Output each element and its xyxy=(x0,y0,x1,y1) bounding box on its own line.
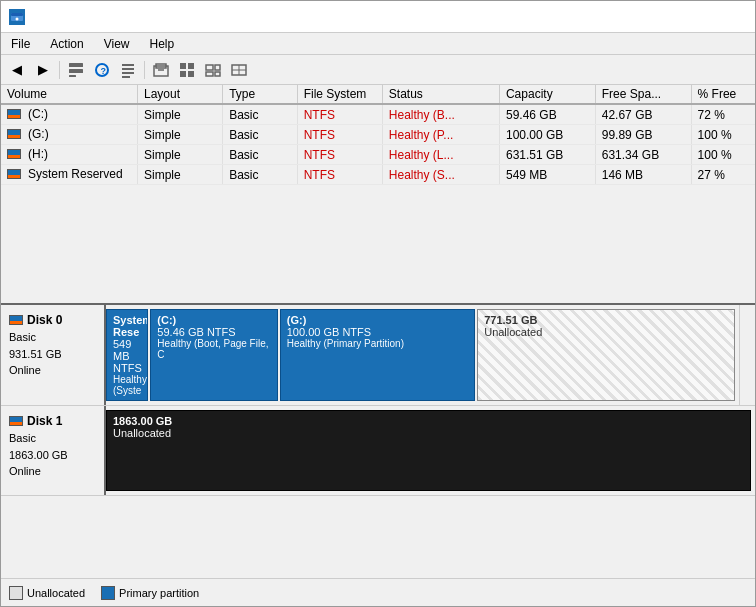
part-status-0-2: Healthy (Primary Partition) xyxy=(287,338,468,349)
cell-filesystem: NTFS xyxy=(297,165,382,185)
cell-layout: Simple xyxy=(137,125,222,145)
disk-row-0: Disk 0 Basic931.51 GBOnline System Rese … xyxy=(1,305,755,406)
svg-rect-8 xyxy=(122,64,134,66)
cell-volume: (C:) xyxy=(1,104,137,125)
toolbar-btn-7[interactable] xyxy=(227,59,251,81)
cell-volume: (H:) xyxy=(1,145,137,165)
title-bar xyxy=(1,1,755,33)
cell-filesystem: NTFS xyxy=(297,145,382,165)
svg-rect-20 xyxy=(215,65,220,70)
partition-0-3[interactable]: 771.51 GB Unallocated xyxy=(477,309,735,401)
forward-button[interactable]: ▶ xyxy=(31,59,55,81)
disk-icon: (H:) xyxy=(7,147,48,161)
cell-pct: 100 % xyxy=(691,145,755,165)
toolbar-btn-6[interactable] xyxy=(201,59,225,81)
col-header-volume[interactable]: Volume xyxy=(1,85,137,104)
table-row[interactable]: (G:) Simple Basic NTFS Healthy (P... 100… xyxy=(1,125,755,145)
cell-status: Healthy (S... xyxy=(382,165,499,185)
col-header-type[interactable]: Type xyxy=(223,85,298,104)
col-header-status[interactable]: Status xyxy=(382,85,499,104)
disk-icon-bar xyxy=(7,129,21,139)
disk-name-1: Disk 1 xyxy=(9,414,96,428)
cell-volume: System Reserved xyxy=(1,165,137,185)
svg-rect-16 xyxy=(188,63,194,69)
partitions-1: 1863.00 GB Unallocated xyxy=(106,406,755,495)
svg-rect-15 xyxy=(180,63,186,69)
volume-table: Volume Layout Type File System Status Ca… xyxy=(1,85,755,185)
close-button[interactable] xyxy=(723,7,747,27)
cell-layout: Simple xyxy=(137,104,222,125)
cell-free: 42.67 GB xyxy=(595,104,691,125)
col-header-filesystem[interactable]: File System xyxy=(297,85,382,104)
back-button[interactable]: ◀ xyxy=(5,59,29,81)
main-area: Volume Layout Type File System Status Ca… xyxy=(1,85,755,578)
svg-rect-3 xyxy=(69,63,83,67)
col-header-pct[interactable]: % Free xyxy=(691,85,755,104)
svg-rect-18 xyxy=(188,71,194,77)
cell-free: 99.89 GB xyxy=(595,125,691,145)
disk-icon-bar xyxy=(7,169,21,179)
part-size-0-1: 59.46 GB NTFS xyxy=(157,326,270,338)
svg-rect-22 xyxy=(215,72,220,76)
maximize-button[interactable] xyxy=(695,7,719,27)
legend-unalloc-label: Unallocated xyxy=(27,587,85,599)
disk-view-area: Disk 0 Basic931.51 GBOnline System Rese … xyxy=(1,305,755,578)
partition-0-2[interactable]: (G:) 100.00 GB NTFS Healthy (Primary Par… xyxy=(280,309,475,401)
part-status-0-1: Healthy (Boot, Page File, C xyxy=(157,338,270,360)
table-row[interactable]: (H:) Simple Basic NTFS Healthy (L... 631… xyxy=(1,145,755,165)
part-size-0-0: 549 MB NTFS xyxy=(113,338,141,374)
app-icon xyxy=(9,9,25,25)
menu-help[interactable]: Help xyxy=(140,33,185,54)
svg-rect-10 xyxy=(122,72,134,74)
toolbar: ◀ ▶ ? xyxy=(1,55,755,85)
part-size-0-2: 100.00 GB NTFS xyxy=(287,326,468,338)
separator-1 xyxy=(59,61,60,79)
disk-row-1: Disk 1 Basic1863.00 GBOnline 1863.00 GB … xyxy=(1,406,755,496)
disk-icon: System Reserved xyxy=(7,167,123,181)
disk-icon-bar xyxy=(7,109,21,119)
col-header-capacity[interactable]: Capacity xyxy=(499,85,595,104)
minimize-button[interactable] xyxy=(667,7,691,27)
svg-rect-9 xyxy=(122,68,134,70)
scroll-stub-0 xyxy=(739,305,755,405)
table-row[interactable]: System Reserved Simple Basic NTFS Health… xyxy=(1,165,755,185)
svg-rect-4 xyxy=(69,69,83,73)
toolbar-btn-5[interactable] xyxy=(175,59,199,81)
toolbar-btn-3[interactable] xyxy=(116,59,140,81)
partition-1-0[interactable]: 1863.00 GB Unallocated xyxy=(106,410,751,491)
window: File Action View Help ◀ ▶ ? xyxy=(0,0,756,607)
col-header-layout[interactable]: Layout xyxy=(137,85,222,104)
table-body: (C:) Simple Basic NTFS Healthy (B... 59.… xyxy=(1,104,755,185)
table-row[interactable]: (C:) Simple Basic NTFS Healthy (B... 59.… xyxy=(1,104,755,125)
disk-icon-small xyxy=(9,315,23,325)
title-bar-controls xyxy=(667,7,747,27)
partition-0-1[interactable]: (C:) 59.46 GB NTFS Healthy (Boot, Page F… xyxy=(150,309,277,401)
disk-label-0: Disk 0 Basic931.51 GBOnline xyxy=(1,305,106,405)
disk-icon-bar xyxy=(7,149,21,159)
toolbar-btn-2[interactable]: ? xyxy=(90,59,114,81)
legend-primary-box xyxy=(101,586,115,600)
table-header: Volume Layout Type File System Status Ca… xyxy=(1,85,755,104)
table-area: Volume Layout Type File System Status Ca… xyxy=(1,85,755,305)
menu-view[interactable]: View xyxy=(94,33,140,54)
disk-title-1: Disk 1 xyxy=(27,414,62,428)
col-header-free[interactable]: Free Spa... xyxy=(595,85,691,104)
partition-unalloc-label: Unallocated xyxy=(113,427,744,439)
svg-rect-19 xyxy=(206,65,213,70)
partition-unalloc-label: Unallocated xyxy=(484,326,728,338)
cell-status: Healthy (L... xyxy=(382,145,499,165)
svg-rect-17 xyxy=(180,71,186,77)
disk-info-0: Basic931.51 GBOnline xyxy=(9,329,96,379)
cell-pct: 72 % xyxy=(691,104,755,125)
partition-size-label: 771.51 GB xyxy=(484,314,728,326)
toolbar-btn-1[interactable] xyxy=(64,59,88,81)
cell-type: Basic xyxy=(223,125,298,145)
menu-file[interactable]: File xyxy=(1,33,40,54)
partition-size-label: 1863.00 GB xyxy=(113,415,744,427)
svg-rect-5 xyxy=(69,75,76,77)
menu-action[interactable]: Action xyxy=(40,33,93,54)
part-name-0-1: (C:) xyxy=(157,314,270,326)
svg-rect-1 xyxy=(11,13,23,16)
toolbar-btn-4[interactable] xyxy=(149,59,173,81)
partition-0-0[interactable]: System Rese 549 MB NTFS Healthy (Syste xyxy=(106,309,148,401)
